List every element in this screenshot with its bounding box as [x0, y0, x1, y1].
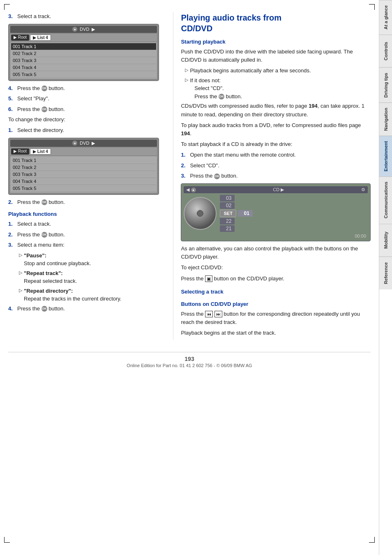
eject-icon: ▣: [205, 275, 212, 282]
tab-reference[interactable]: Reference: [379, 257, 392, 289]
dvd-nav-1: ▶ Root ▶ List 4: [10, 34, 157, 42]
track-003-1[interactable]: 003 Track 3: [11, 57, 156, 64]
track-005-2[interactable]: 005 Track 5: [11, 185, 156, 192]
playback-functions-title: Playback functions: [8, 210, 159, 218]
cd-track-21: 21: [220, 225, 368, 232]
cd-header-left: ◀ ●: [186, 187, 196, 193]
track-002-2[interactable]: 002 Track 2: [11, 164, 156, 171]
cd-header-right: ⚙: [361, 187, 365, 192]
step-6-text: Press the OK button.: [17, 105, 159, 113]
cd-track-22: 22: [220, 218, 368, 224]
right-column: Playing audio tracks from CD/DVD Startin…: [173, 12, 371, 340]
track-001-1[interactable]: 001 Track 1: [11, 43, 156, 50]
tab-controls[interactable]: Controls: [379, 35, 392, 67]
cd-player-ui: ◀ ● CD ▶ ⚙ 03 02: [181, 183, 371, 242]
tab-navigation[interactable]: Navigation: [379, 102, 392, 136]
pb-step-2-num: 2.: [8, 231, 16, 239]
ok-icon-pb4: OK: [42, 306, 47, 312]
track-list-2: 001 Track 1 002 Track 2 003 Track 3 004 …: [10, 156, 157, 193]
bullet-repeat-dir-text: "Repeat directory":Repeat the tracks in …: [24, 287, 159, 303]
ok-icon-4: OK: [42, 86, 47, 91]
skip-back-icon: ⏮: [205, 311, 213, 317]
cd-num-03: 03: [220, 195, 235, 201]
tab-mobility[interactable]: Mobility: [379, 224, 392, 257]
alternative-p: As an alternative, you can also control …: [181, 245, 371, 261]
ok-icon-dir2: OK: [42, 199, 47, 205]
pb-step-4: 4. Press the OK button.: [8, 305, 159, 313]
ok-icon-pb2: OK: [42, 232, 47, 238]
tab-communications[interactable]: Communications: [379, 176, 392, 223]
pb-step-4-text: Press the OK button.: [17, 305, 159, 313]
nav-root-1[interactable]: ▶ Root: [11, 35, 29, 41]
dvd-nav-2: ▶ Root ▶ List 4: [10, 148, 157, 155]
bullet-arrow-1: ▷: [19, 252, 22, 268]
main-content: 3. Select a track. ● DVD ▶ ▶ Root ▶ List…: [0, 0, 379, 555]
dvd-ui-2: ● DVD ▶ ▶ Root ▶ List 4 001 Track 1 002 …: [8, 138, 159, 195]
dvd-icon-1: ●: [72, 27, 77, 32]
cd-step-2: 2. Select "CD".: [181, 162, 371, 170]
playback-bullet-2: ▷ If it does not: Select "CD". Press the…: [181, 76, 371, 101]
dvd-arrow-right-2: ▶: [92, 141, 95, 146]
track-004-1[interactable]: 004 Track 4: [11, 64, 156, 71]
selecting-track-title: Selecting a track: [181, 288, 371, 296]
skip-forward-icon: ⏭: [214, 311, 222, 317]
cd-set-button[interactable]: SET: [220, 210, 236, 217]
two-col-layout: 3. Select a track. ● DVD ▶ ▶ Root ▶ List…: [8, 12, 371, 340]
track-list-1: 001 Track 1 002 Track 2 003 Track 3 004 …: [10, 42, 157, 79]
pb-step-3: 3. Select a menu item:: [8, 241, 159, 249]
cd-num-21: 21: [220, 225, 235, 232]
tab-at-a-glance[interactable]: At a glance: [379, 0, 392, 35]
dir-step-1-text: Select the directory.: [17, 126, 159, 134]
corner-mark-tl: [4, 4, 10, 10]
dir-step-2: 2. Press the OK button.: [8, 198, 159, 206]
page-footer: 193 Online Edition for Part no. 01 41 2 …: [8, 352, 371, 368]
step-5: 5. Select "Play".: [8, 95, 159, 103]
compressed-p: CDs/DVDs with compressed audio files, re…: [181, 102, 371, 118]
cd-step-1-num: 1.: [181, 151, 188, 159]
tab-driving-tips[interactable]: Driving tips: [379, 67, 392, 103]
pb-bullets: ▷ "Pause":Stop and continue playback. ▷ …: [8, 252, 159, 303]
dvd-arrow-right-1: ▶: [92, 27, 95, 32]
track-004-2[interactable]: 004 Track 4: [11, 178, 156, 185]
cd-center-hole: [197, 210, 203, 217]
cd-step-1: 1. Open the start menu with the remote c…: [181, 151, 371, 159]
bullet-repeat-track-text: "Repeat track":Repeat selected track.: [24, 269, 159, 285]
dvd-ref-p: To play back audio tracks from a DVD, re…: [181, 121, 371, 138]
sidebar-tabs: At a glance Controls Driving tips Naviga…: [379, 0, 392, 555]
pb-bullet-2-text: If it does not: Select "CD". Press the O…: [190, 76, 371, 101]
pb-bullet-arrow-2: ▷: [185, 76, 188, 101]
pb-step-1-text: Select a track.: [17, 220, 159, 228]
track-002-1[interactable]: 002 Track 2: [11, 50, 156, 57]
track-001-2[interactable]: 001 Track 1: [11, 157, 156, 164]
cd-num-22: 22: [220, 218, 235, 224]
start-if-cd-p: To start playback if a CD is already in …: [181, 140, 371, 148]
bullet-arrow-2: ▷: [19, 269, 22, 285]
nav-root-2[interactable]: ▶ Root: [11, 148, 29, 155]
nav-list-1[interactable]: ▶ List 4: [30, 35, 51, 41]
cd-track-numbers: 03 02 SET 01 22: [220, 195, 368, 232]
cd-num-01: 01: [238, 210, 253, 217]
cd-header-label: CD ▶: [273, 187, 284, 192]
cd-disc-icon: ●: [191, 187, 196, 192]
starting-playback-title: Starting playback: [181, 38, 371, 46]
corner-mark-br: [369, 537, 375, 543]
pb-step-4-num: 4.: [8, 305, 16, 313]
tab-entertainment[interactable]: Entertainment: [379, 136, 392, 176]
cd-track-02: 02: [220, 202, 368, 209]
step-5-num: 5.: [8, 95, 16, 103]
dvd-icon-2: ●: [72, 141, 77, 146]
cd-track-01: SET 01: [220, 210, 368, 217]
dir-step-1: 1. Select the directory.: [8, 126, 159, 134]
cd-header: ◀ ● CD ▶ ⚙: [184, 186, 368, 194]
eject-text: Press the ▣ button on the CD/DVD player.: [181, 275, 371, 283]
step-3: 3. Select a track.: [8, 12, 159, 21]
pb-step-2-text: Press the OK button.: [17, 231, 159, 239]
cd-num-02: 02: [220, 202, 235, 209]
dir-step-1-num: 1.: [8, 126, 16, 134]
track-003-2[interactable]: 003 Track 3: [11, 171, 156, 178]
track-005-1[interactable]: 005 Track 5: [11, 71, 156, 78]
step-6-num: 6.: [8, 105, 16, 113]
nav-list-2[interactable]: ▶ List 4: [30, 148, 51, 155]
cd-disc-area: 03 02 SET 01 22: [184, 195, 368, 232]
step-4-text: Press the OK button.: [17, 84, 159, 92]
